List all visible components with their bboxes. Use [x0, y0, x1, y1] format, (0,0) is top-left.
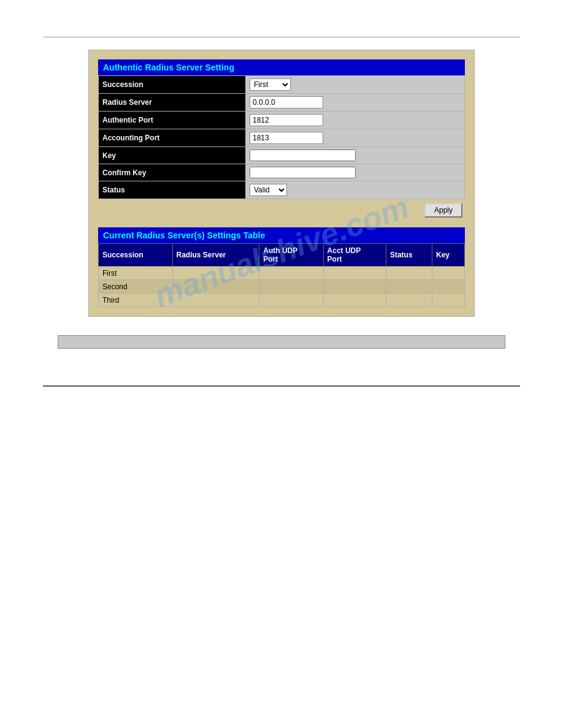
accounting-port-row: Accounting Port: [99, 129, 465, 147]
cell-succession: Second: [99, 280, 173, 294]
accounting-port-label: Accounting Port: [99, 129, 246, 147]
cell-status: [386, 280, 432, 294]
cell-radius_server: [172, 294, 259, 307]
radius-server-cell: [246, 94, 465, 112]
confirm-key-label: Confirm Key: [99, 164, 246, 181]
bottom-divider: [43, 385, 520, 387]
cell-radius_server: [172, 280, 259, 294]
status-cell: Valid Invalid: [246, 181, 465, 199]
page-container: Authentic Radius Server Setting Successi…: [0, 0, 563, 728]
cell-key: [432, 267, 465, 280]
table-row: Third: [99, 294, 465, 307]
cell-key: [432, 280, 465, 294]
col-auth-udp-port: Auth UDPPort: [259, 244, 323, 267]
col-status: Status: [386, 244, 432, 267]
form-title: Authentic Radius Server Setting: [103, 63, 234, 72]
table-title: Current Radius Server(s) Settings Table: [103, 230, 265, 240]
col-key: Key: [432, 244, 465, 267]
accounting-port-input[interactable]: [250, 132, 323, 144]
key-row: Key: [99, 147, 465, 164]
authentic-port-row: Authentic Port: [99, 112, 465, 129]
succession-label: Succession: [99, 76, 246, 94]
radius-server-label: Radius Server: [99, 94, 246, 112]
cell-key: [432, 294, 465, 307]
status-row: Status Valid Invalid: [99, 181, 465, 199]
apply-button[interactable]: Apply: [424, 203, 462, 218]
col-acct-udp-port: Acct UDPPort: [323, 244, 386, 267]
cell-auth_udp_port: [259, 280, 323, 294]
apply-row: Apply: [98, 199, 465, 221]
accounting-port-cell: [246, 129, 465, 147]
table-row: Second: [99, 280, 465, 294]
confirm-key-input[interactable]: [250, 167, 356, 178]
table-row: First: [99, 267, 465, 280]
cell-acct_udp_port: [323, 294, 386, 307]
cell-succession: First: [99, 267, 173, 280]
succession-select[interactable]: First Second Third: [250, 78, 291, 91]
cell-succession: Third: [99, 294, 173, 307]
confirm-key-cell: [246, 164, 465, 181]
key-cell: [246, 147, 465, 164]
col-radius-server: Radius Server: [172, 244, 259, 267]
cell-acct_udp_port: [323, 267, 386, 280]
authentic-port-input[interactable]: [250, 114, 323, 126]
key-input[interactable]: [250, 150, 356, 161]
table-section-header: Current Radius Server(s) Settings Table: [98, 227, 465, 243]
table-header-row: Succession Radius Server Auth UDPPort Ac…: [99, 244, 465, 267]
radius-server-row: Radius Server: [99, 94, 465, 112]
bottom-bar: [58, 335, 505, 349]
status-select[interactable]: Valid Invalid: [250, 184, 287, 196]
succession-row: Succession First Second Third: [99, 76, 465, 94]
col-succession: Succession: [99, 244, 173, 267]
status-label: Status: [99, 181, 246, 199]
confirm-key-row: Confirm Key: [99, 164, 465, 181]
settings-form-table: Succession First Second Third Radius Ser…: [98, 75, 465, 199]
radius-server-input[interactable]: [250, 96, 323, 108]
cell-acct_udp_port: [323, 280, 386, 294]
authentic-port-cell: [246, 112, 465, 129]
authentic-port-label: Authentic Port: [99, 112, 246, 129]
key-label: Key: [99, 147, 246, 164]
cell-radius_server: [172, 267, 259, 280]
cell-auth_udp_port: [259, 294, 323, 307]
cell-status: [386, 267, 432, 280]
succession-cell: First Second Third: [246, 76, 465, 94]
main-panel: Authentic Radius Server Setting Successi…: [88, 50, 475, 317]
cell-auth_udp_port: [259, 267, 323, 280]
cell-status: [386, 294, 432, 307]
form-section-header: Authentic Radius Server Setting: [98, 59, 465, 75]
top-divider: [43, 37, 520, 37]
radius-servers-table: Succession Radius Server Auth UDPPort Ac…: [98, 243, 465, 307]
